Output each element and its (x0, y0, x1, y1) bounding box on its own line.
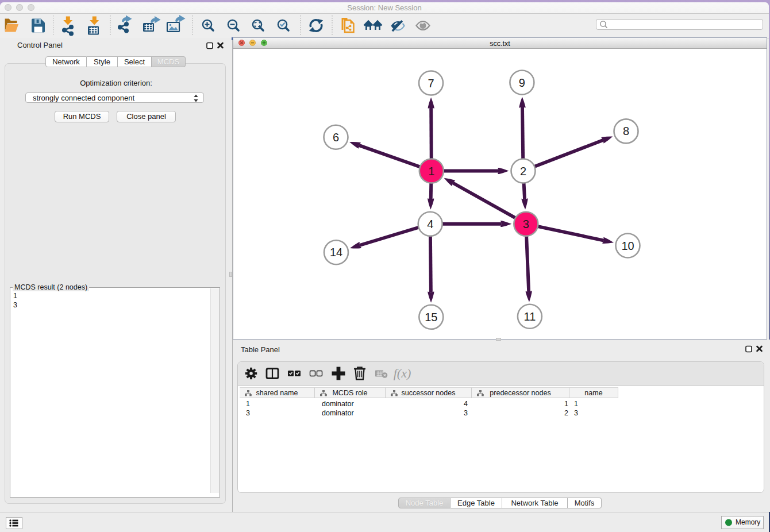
svg-text:8: 8 (623, 125, 629, 137)
svg-text:11: 11 (524, 310, 536, 323)
svg-text:14: 14 (330, 246, 342, 259)
svg-text:6: 6 (333, 131, 339, 144)
svg-text:1: 1 (428, 165, 434, 178)
svg-text:4: 4 (427, 218, 433, 230)
svg-text:9: 9 (519, 76, 525, 89)
svg-text:f(x): f(x) (394, 366, 411, 380)
svg-text:10: 10 (621, 240, 634, 252)
svg-text:2: 2 (520, 165, 526, 178)
svg-text:7: 7 (428, 77, 434, 90)
svg-text:15: 15 (425, 311, 437, 323)
svg-text:3: 3 (523, 218, 529, 230)
